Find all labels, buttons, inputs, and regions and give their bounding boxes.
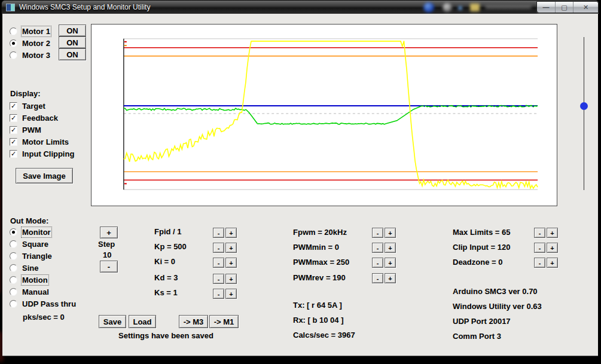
taskbar-blur-folder bbox=[470, 4, 480, 11]
window-controls: — ▢ ✕ bbox=[536, 1, 599, 13]
square-label: Square bbox=[22, 240, 48, 249]
target-slider-thumb[interactable] bbox=[580, 102, 588, 110]
checkmark-icon: ✓ bbox=[11, 127, 16, 133]
title-bar[interactable]: Windows SMC3 Setup and Monitor Utility —… bbox=[1, 0, 599, 14]
monitor-radio[interactable] bbox=[10, 228, 17, 236]
motor-3-radio[interactable] bbox=[10, 51, 17, 59]
fpwm-minus-button[interactable]: - bbox=[372, 228, 383, 238]
maximize-icon: ▢ bbox=[561, 4, 567, 11]
motor-limits-checkbox[interactable]: ✓ bbox=[10, 138, 17, 146]
target-checkbox[interactable]: ✓ bbox=[10, 102, 17, 110]
fpid-minus-button[interactable]: - bbox=[213, 228, 224, 238]
step-value: 10 bbox=[103, 250, 111, 259]
out-mode-square-option[interactable]: Square bbox=[10, 239, 48, 249]
out-mode-manual-option[interactable]: Manual bbox=[10, 287, 49, 296]
ks-plus-button[interactable]: + bbox=[225, 289, 237, 299]
motor-1-on-button[interactable]: ON bbox=[59, 25, 86, 36]
motor-3-on-button[interactable]: ON bbox=[59, 48, 86, 60]
display-pwm-option[interactable]: ✓ PWM bbox=[10, 125, 41, 134]
ki-value: Ki = 0 bbox=[154, 257, 175, 266]
fpwm-value: Fpwm = 20kHz bbox=[293, 228, 347, 237]
motor-2-label: Motor 2 bbox=[22, 39, 50, 48]
out-mode-motion-option[interactable]: Motion bbox=[10, 275, 48, 285]
save-image-button[interactable]: Save Image bbox=[16, 168, 73, 183]
max-limits-minus-button[interactable]: - bbox=[534, 228, 545, 238]
pwmmin-minus-button[interactable]: - bbox=[372, 243, 383, 253]
kp-minus-button[interactable]: - bbox=[213, 243, 224, 253]
taskbar-blur-orb-gray bbox=[443, 3, 452, 12]
minimize-icon: — bbox=[543, 4, 550, 11]
clip-input-minus-button[interactable]: - bbox=[534, 243, 545, 253]
pwmmax-value: PWMmax = 250 bbox=[293, 258, 349, 267]
triangle-radio[interactable] bbox=[10, 252, 17, 260]
pwmmax-minus-button[interactable]: - bbox=[372, 258, 383, 268]
motor-2-on-button[interactable]: ON bbox=[59, 36, 86, 48]
motor-3-option[interactable]: Motor 3 bbox=[10, 50, 50, 60]
ki-minus-button[interactable]: - bbox=[213, 258, 224, 268]
feedback-checkbox[interactable]: ✓ bbox=[10, 114, 17, 122]
square-radio[interactable] bbox=[10, 240, 17, 248]
motor-1-option[interactable]: Motor 1 bbox=[10, 26, 50, 36]
motor-limits-label: Motor Limits bbox=[22, 137, 69, 146]
kd-minus-button[interactable]: - bbox=[213, 274, 224, 284]
kp-plus-button[interactable]: + bbox=[225, 243, 237, 253]
motor-2-option[interactable]: Motor 2 bbox=[10, 38, 50, 48]
minimize-button[interactable]: — bbox=[537, 2, 556, 13]
rx-readout: Rx: [ b 10 04 ] bbox=[293, 316, 344, 325]
pwmmin-value: PWMmin = 0 bbox=[293, 243, 339, 252]
out-mode-udp-option[interactable]: UDP Pass thru bbox=[10, 299, 76, 308]
step-minus-button[interactable]: - bbox=[100, 261, 118, 273]
pwmmin-plus-button[interactable]: + bbox=[385, 243, 396, 253]
out-mode-monitor-option[interactable]: Monitor bbox=[10, 227, 51, 237]
triangle-label: Triangle bbox=[22, 252, 52, 261]
deadzone-plus-button[interactable]: + bbox=[547, 258, 558, 268]
kd-plus-button[interactable]: + bbox=[225, 274, 237, 284]
ki-plus-button[interactable]: + bbox=[225, 258, 237, 268]
input-clipping-checkbox[interactable]: ✓ bbox=[10, 150, 17, 158]
max-limits-plus-button[interactable]: + bbox=[547, 228, 558, 238]
fpwm-plus-button[interactable]: + bbox=[385, 228, 396, 238]
close-button[interactable]: ✕ bbox=[573, 2, 598, 13]
save-button[interactable]: Save bbox=[99, 315, 126, 328]
pwm-checkbox[interactable]: ✓ bbox=[10, 126, 17, 134]
pwmmax-plus-button[interactable]: + bbox=[385, 258, 396, 268]
motor-1-radio[interactable] bbox=[10, 27, 17, 35]
display-feedback-option[interactable]: ✓ Feedback bbox=[10, 113, 58, 123]
close-icon: ✕ bbox=[583, 4, 588, 11]
feedback-label: Feedback bbox=[22, 114, 58, 123]
udp-pass-thru-radio[interactable] bbox=[10, 300, 17, 308]
pwmrev-minus-button[interactable]: - bbox=[372, 273, 383, 283]
sine-radio[interactable] bbox=[10, 264, 17, 272]
clip-input-plus-button[interactable]: + bbox=[547, 243, 558, 253]
out-mode-sine-option[interactable]: Sine bbox=[10, 263, 38, 273]
taskbar-blur-dot bbox=[458, 6, 462, 10]
ks-value: Ks = 1 bbox=[154, 288, 178, 297]
step-plus-button[interactable]: + bbox=[100, 227, 118, 238]
target-slider-track[interactable] bbox=[584, 37, 584, 190]
app-window: Windows SMC3 Setup and Monitor Utility —… bbox=[1, 0, 599, 359]
checkmark-icon: ✓ bbox=[11, 115, 16, 121]
display-target-option[interactable]: ✓ Target bbox=[10, 101, 45, 111]
motor-2-radio[interactable] bbox=[10, 39, 17, 47]
ks-minus-button[interactable]: - bbox=[213, 289, 224, 299]
client-area: Motor 1 Motor 2 Motor 3 ON ON ON Display… bbox=[2, 14, 598, 356]
to-m1-button[interactable]: -> M1 bbox=[209, 315, 239, 328]
display-motor-limits-option[interactable]: ✓ Motor Limits bbox=[10, 137, 69, 146]
motion-radio[interactable] bbox=[10, 276, 17, 284]
motor-3-label: Motor 3 bbox=[22, 51, 50, 60]
pwmrev-plus-button[interactable]: + bbox=[385, 273, 396, 283]
deadzone-minus-button[interactable]: - bbox=[534, 258, 545, 268]
fpid-plus-button[interactable]: + bbox=[225, 228, 237, 238]
load-button[interactable]: Load bbox=[129, 315, 156, 328]
taskbar-blur-text bbox=[485, 5, 532, 9]
pwm-label: PWM bbox=[22, 126, 41, 134]
out-mode-triangle-option[interactable]: Triangle bbox=[10, 251, 52, 261]
manual-radio[interactable] bbox=[10, 288, 17, 296]
maximize-button[interactable]: ▢ bbox=[556, 2, 573, 13]
monitor-label: Monitor bbox=[22, 228, 51, 237]
to-m3-button[interactable]: -> M3 bbox=[179, 315, 208, 328]
target-label: Target bbox=[22, 102, 45, 111]
max-limits-value: Max Limits = 65 bbox=[453, 228, 510, 237]
display-input-clipping-option[interactable]: ✓ Input Clipping bbox=[10, 149, 74, 158]
status-message: Settings have been saved bbox=[118, 331, 213, 340]
